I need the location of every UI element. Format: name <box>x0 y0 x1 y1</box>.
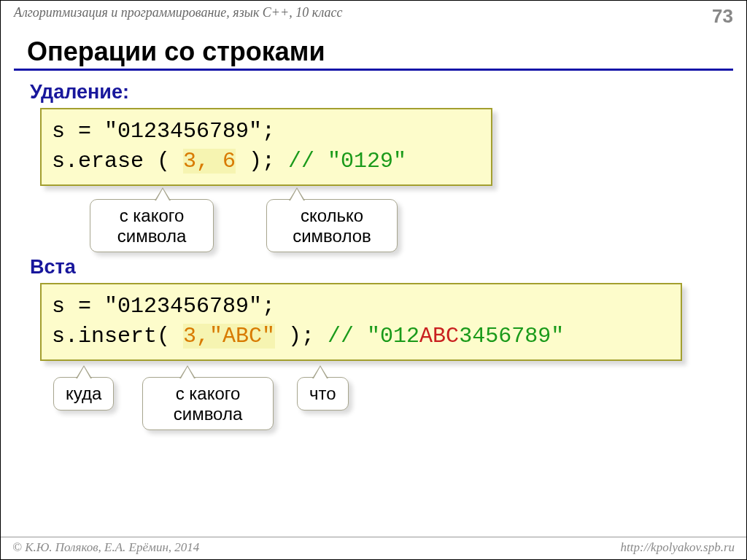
callout-from-which-char-2: с какого символа <box>142 377 274 430</box>
footer-url: http://kpolyakov.spb.ru <box>621 540 735 555</box>
callout-what: что <box>297 377 349 411</box>
page-number: 73 <box>712 5 733 28</box>
code-block-erase: s = "0123456789"; s.erase ( 3, 6 ); // "… <box>40 108 492 186</box>
callout-how-many: сколько символов <box>266 199 398 252</box>
callouts-erase: с какого символа сколько символов <box>40 186 746 273</box>
page-title: Операции со строками <box>27 36 746 67</box>
code-line: s = "0123456789"; <box>52 292 670 322</box>
code-line: s.insert( 3,"ABC" ); // "012ABC3456789" <box>52 322 670 351</box>
slide-header: Алгоритмизация и программирование, язык … <box>1 1 746 29</box>
callouts-insert: куда с какого символа что <box>40 361 746 448</box>
code-line: s = "0123456789"; <box>52 117 481 147</box>
code-line: s.erase ( 3, 6 ); // "0129" <box>52 147 481 176</box>
insert-args: 3,"ABC" <box>183 324 275 349</box>
section-delete: Удаление: <box>30 81 746 104</box>
callout-where: куда <box>53 377 114 411</box>
title-underline <box>14 69 733 71</box>
footer-copyright: © К.Ю. Поляков, Е.А. Ерёмин, 2014 <box>12 540 199 555</box>
comment: // "0129" <box>288 149 406 174</box>
erase-args: 3, 6 <box>183 149 236 174</box>
breadcrumb: Алгоритмизация и программирование, язык … <box>14 5 342 28</box>
code-block-insert: s = "0123456789"; s.insert( 3,"ABC" ); /… <box>40 283 682 361</box>
comment: // "012ABC3456789" <box>328 324 564 349</box>
footer: © К.Ю. Поляков, Е.А. Ерёмин, 2014 http:/… <box>1 537 746 559</box>
callout-from-which-char: с какого символа <box>90 199 214 252</box>
